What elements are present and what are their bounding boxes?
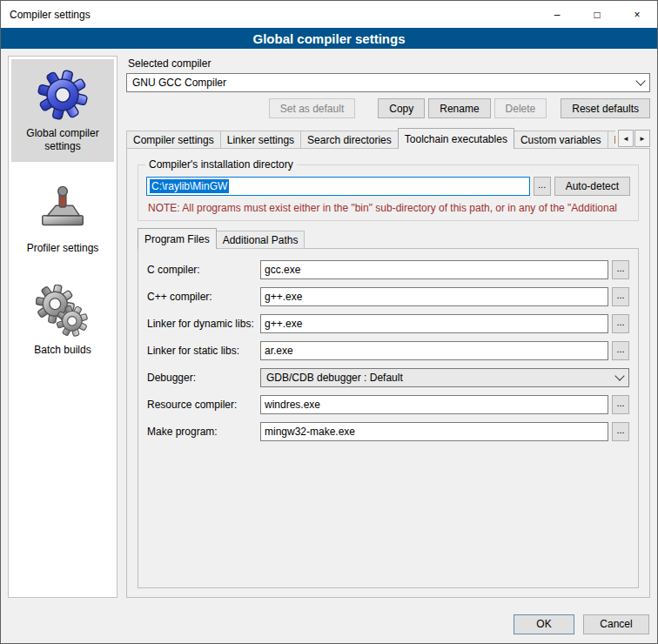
- make-program-label: Make program:: [147, 426, 260, 438]
- dynamic-linker-browse-button[interactable]: ...: [612, 314, 629, 333]
- tab-toolchain-executables[interactable]: Toolchain executables: [398, 128, 514, 149]
- c-compiler-label: C compiler:: [147, 264, 260, 276]
- cancel-button[interactable]: Cancel: [583, 614, 649, 634]
- subtab-additional-paths[interactable]: Additional Paths: [216, 231, 306, 249]
- tab-scroll-buttons: ◄ ►: [617, 130, 650, 147]
- cpp-compiler-label: C++ compiler:: [147, 291, 260, 303]
- reset-defaults-button[interactable]: Reset defaults: [561, 98, 650, 118]
- static-linker-browse-button[interactable]: ...: [612, 341, 629, 360]
- auto-detect-button[interactable]: Auto-detect: [554, 177, 630, 196]
- window-controls: – □ ×: [537, 1, 657, 28]
- note-text: NOTE: All programs must exist either in …: [148, 202, 630, 214]
- cpp-compiler-browse-button[interactable]: ...: [612, 287, 629, 306]
- tab-compiler-settings[interactable]: Compiler settings: [126, 131, 221, 149]
- delete-button: Delete: [494, 98, 547, 118]
- debugger-combobox[interactable]: GDB/CDB debugger : Default: [260, 368, 629, 387]
- static-linker-input[interactable]: [260, 341, 608, 360]
- resource-compiler-browse-button[interactable]: ...: [612, 395, 629, 414]
- resource-compiler-input[interactable]: [260, 395, 608, 414]
- tab-search-directories[interactable]: Search directories: [300, 131, 399, 149]
- toolchain-subtabs: Program Files Additional Paths: [138, 229, 639, 249]
- program-files-panel: C compiler: ... C++ compiler: ... Linker…: [138, 248, 639, 588]
- maximize-icon: □: [594, 9, 600, 21]
- form-row-static-linker: Linker for static libs: ...: [147, 341, 629, 360]
- sidebar-item-profiler-settings[interactable]: Profiler settings: [11, 174, 114, 264]
- sidebar-item-batch-builds[interactable]: Batch builds: [11, 276, 114, 366]
- installation-directory-input[interactable]: C:\raylib\MinGW: [146, 177, 530, 196]
- dialog-footer: OK Cancel: [1, 605, 657, 643]
- dynamic-linker-label: Linker for dynamic libs:: [147, 318, 260, 330]
- compiler-actions: Set as default Copy Rename Delete Reset …: [126, 98, 650, 118]
- cpp-compiler-input[interactable]: [260, 287, 608, 306]
- sidebar-item-global-compiler-settings[interactable]: Global compiler settings: [11, 59, 114, 162]
- copy-button[interactable]: Copy: [378, 98, 425, 118]
- toolchain-executables-page: Compiler's installation directory C:\ray…: [126, 148, 650, 598]
- ok-button[interactable]: OK: [514, 614, 574, 634]
- selected-compiler-combobox[interactable]: GNU GCC Compiler: [126, 73, 650, 92]
- settings-category-list: Global compiler settings Profiler settin…: [8, 56, 118, 598]
- minimize-icon: –: [554, 9, 561, 21]
- make-program-browse-button[interactable]: ...: [612, 422, 629, 441]
- installation-directory-row: C:\raylib\MinGW ... Auto-detect: [146, 177, 630, 196]
- profiler-tool-icon: [36, 183, 90, 237]
- tab-scroll-right-button[interactable]: ►: [634, 130, 650, 147]
- dialog-content: Global compiler settings Profiler settin…: [1, 49, 657, 605]
- minimize-button[interactable]: –: [537, 1, 577, 28]
- form-row-cpp-compiler: C++ compiler: ...: [147, 287, 629, 306]
- gears-stack-icon: [36, 285, 90, 339]
- maximize-button[interactable]: □: [577, 1, 617, 28]
- titlebar: Compiler settings – □ ×: [1, 1, 657, 28]
- c-compiler-input[interactable]: [260, 260, 608, 279]
- subtab-program-files[interactable]: Program Files: [138, 228, 217, 249]
- resource-compiler-label: Resource compiler:: [147, 399, 260, 411]
- form-row-c-compiler: C compiler: ...: [147, 260, 629, 279]
- close-button[interactable]: ×: [617, 1, 657, 28]
- browse-directory-button[interactable]: ...: [534, 177, 551, 196]
- sidebar-item-label: Profiler settings: [27, 242, 99, 255]
- form-row-dynamic-linker: Linker for dynamic libs: ...: [147, 314, 629, 333]
- dialog-header-title: Global compiler settings: [1, 28, 657, 49]
- tab-linker-settings[interactable]: Linker settings: [220, 131, 301, 149]
- debugger-label: Debugger:: [147, 372, 260, 384]
- rename-button[interactable]: Rename: [428, 98, 490, 118]
- compiler-settings-dialog: Compiler settings – □ × Global compiler …: [0, 0, 658, 644]
- selected-compiler-value: GNU GCC Compiler: [132, 77, 226, 89]
- gear-icon: [36, 68, 90, 122]
- dynamic-linker-input[interactable]: [260, 314, 608, 333]
- form-row-make-program: Make program: ...: [147, 422, 629, 441]
- main-panel: Selected compiler GNU GCC Compiler Set a…: [126, 56, 650, 598]
- right-arrow-icon: ►: [639, 135, 646, 143]
- tabs-scroll-area: Compiler settings Linker settings Search…: [126, 128, 615, 149]
- make-program-input[interactable]: [260, 422, 608, 441]
- tab-build-options[interactable]: Build options: [608, 131, 615, 149]
- installation-directory-selected-text: C:\raylib\MinGW: [150, 179, 229, 193]
- tab-custom-variables[interactable]: Custom variables: [514, 131, 608, 149]
- sidebar-item-label: Batch builds: [34, 344, 91, 357]
- sidebar-item-label: Global compiler settings: [15, 127, 111, 153]
- installation-directory-group-title: Compiler's installation directory: [145, 158, 297, 171]
- close-icon: ×: [634, 9, 640, 21]
- set-as-default-button: Set as default: [269, 98, 355, 118]
- static-linker-label: Linker for static libs:: [147, 345, 260, 357]
- selected-compiler-label: Selected compiler: [128, 57, 650, 70]
- form-row-debugger: Debugger: GDB/CDB debugger : Default: [147, 368, 629, 387]
- tab-scroll-left-button[interactable]: ◄: [618, 130, 634, 147]
- chevron-down-icon: [611, 369, 628, 386]
- installation-directory-group: Compiler's installation directory C:\ray…: [138, 164, 639, 221]
- form-row-resource-compiler: Resource compiler: ...: [147, 395, 629, 414]
- compiler-options-tabstrip: Compiler settings Linker settings Search…: [126, 128, 650, 149]
- left-arrow-icon: ◄: [622, 135, 629, 143]
- debugger-value: GDB/CDB debugger : Default: [266, 372, 403, 384]
- chevron-down-icon: [632, 74, 649, 91]
- window-title: Compiler settings: [10, 9, 91, 21]
- c-compiler-browse-button[interactable]: ...: [612, 260, 629, 279]
